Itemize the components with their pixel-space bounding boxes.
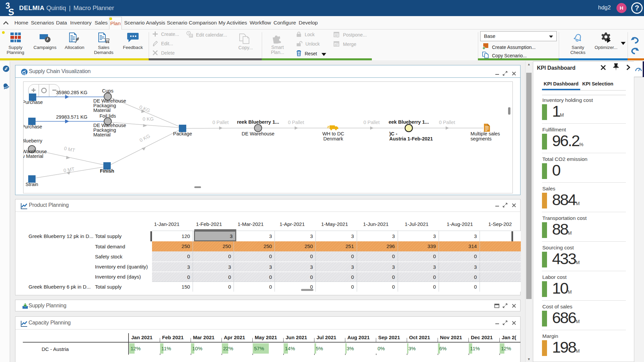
svg-text:eek Blueberry 1...: eek Blueberry 1... <box>389 119 429 125</box>
svg-text:0 MT: 0 MT <box>63 166 75 173</box>
svg-text:Austria 1-Feb-2021: Austria 1-Feb-2021 <box>389 136 433 141</box>
svg-text:35980.285 KG: 35980.285 KG <box>56 90 88 95</box>
svg-text:w Material: w Material <box>23 154 43 159</box>
svg-text:Purchase: Purchase <box>23 124 42 129</box>
svg-text:Strain: Strain <box>26 182 38 187</box>
svg-text:0 Pallet: 0 Pallet <box>363 120 380 125</box>
svg-text:0 Pallet: 0 Pallet <box>212 120 229 125</box>
svg-text:Package: Package <box>173 131 192 136</box>
svg-text:29983.571 KG: 29983.571 KG <box>56 114 88 120</box>
svg-text:WH to DC: WH to DC <box>322 131 344 136</box>
svg-text:Foil lids: Foil lids <box>99 113 116 119</box>
svg-text:Material: Material <box>93 108 111 113</box>
svg-text:)C -: )C - <box>389 131 397 136</box>
svg-text:Blueberry: Blueberry <box>23 138 43 143</box>
svg-text:Finish: Finish <box>100 168 114 174</box>
svg-text:0 MT: 0 MT <box>63 145 76 153</box>
svg-text:0 Pallet: 0 Pallet <box>439 120 455 125</box>
svg-text:Material: Material <box>93 132 111 137</box>
svg-text:Multiple sales: Multiple sales <box>470 131 500 136</box>
svg-text:12: 12 <box>335 43 338 46</box>
svg-text:0 KG: 0 KG <box>143 116 154 122</box>
svg-text:segments: segments <box>470 136 492 141</box>
svg-text:Denmark: Denmark <box>324 136 344 141</box>
svg-text:reek Blueberry 1...: reek Blueberry 1... <box>237 119 279 125</box>
svg-text:DE Warehouse: DE Warehouse <box>242 131 275 136</box>
svg-text:Cups: Cups <box>102 88 113 94</box>
svg-text:S: S <box>7 7 15 16</box>
svg-text:Purchase: Purchase <box>23 100 43 105</box>
svg-text:12: 12 <box>190 35 193 37</box>
svg-text:0 Pallet: 0 Pallet <box>288 120 304 125</box>
svg-text:0 KG: 0 KG <box>139 133 151 143</box>
